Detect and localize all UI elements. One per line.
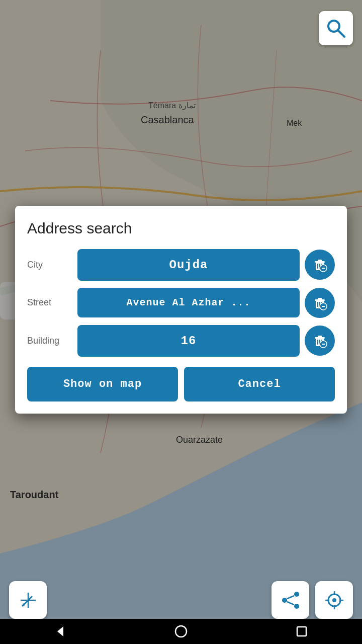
dialog-title: Address search [27,220,335,237]
android-nav-bar [0,619,362,644]
building-label: Building [27,336,72,346]
recents-icon [295,624,309,638]
city-label: City [27,260,72,270]
svg-rect-51 [297,627,306,636]
cancel-button[interactable]: Cancel [184,367,335,401]
building-input[interactable]: 16 [77,325,300,357]
street-delete-button[interactable] [305,288,335,318]
city-row: City Oujda [27,249,335,281]
trash-icon [312,333,327,348]
svg-rect-28 [318,336,322,338]
city-delete-button[interactable] [305,250,335,280]
show-on-map-button[interactable]: Show on map [27,367,178,401]
svg-rect-12 [318,260,322,262]
building-delete-button[interactable] [305,326,335,356]
back-button[interactable] [53,624,67,638]
home-icon [174,624,188,638]
recents-button[interactable] [295,624,309,638]
modal-backdrop: Address search City Oujda [0,0,362,619]
trash-icon [312,295,327,310]
city-input[interactable]: Oujda [77,249,300,281]
street-input[interactable]: Avenue Al Azhar ... [77,288,300,317]
svg-rect-20 [318,298,322,300]
back-icon [53,624,67,638]
street-label: Street [27,297,72,308]
address-search-dialog: Address search City Oujda [15,206,347,414]
trash-icon [312,257,327,272]
home-button[interactable] [174,624,188,638]
svg-point-50 [175,626,187,637]
building-row: Building 16 [27,325,335,357]
action-buttons-row: Show on map Cancel [27,367,335,401]
svg-marker-49 [57,626,63,636]
street-row: Street Avenue Al Azhar ... [27,288,335,318]
